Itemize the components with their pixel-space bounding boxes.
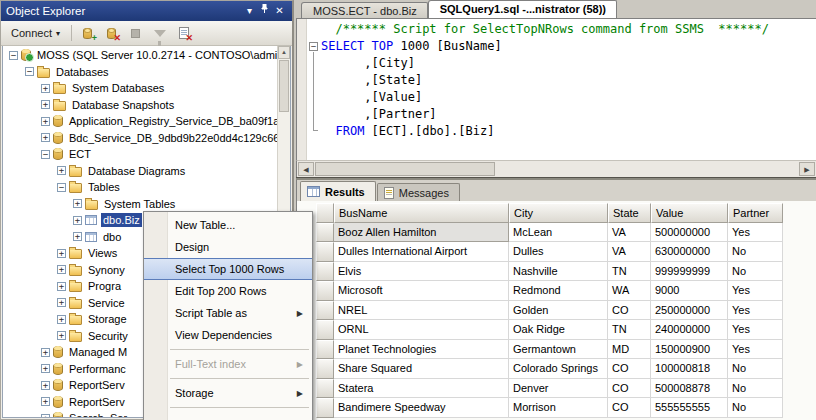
grid-cell[interactable]: Yes	[728, 281, 783, 301]
connect-button[interactable]: Connect ▾	[5, 24, 66, 42]
expand-toggle-icon[interactable]: +	[41, 117, 50, 126]
grid-cell[interactable]: No	[728, 262, 783, 282]
row-header[interactable]	[316, 281, 334, 301]
menu-item[interactable]: View Dependencies	[144, 324, 312, 346]
grid-cell[interactable]: Denver	[509, 379, 608, 399]
grid-cell[interactable]: Dulles	[509, 242, 608, 262]
menu-item[interactable]: Script Table as▶	[144, 302, 312, 324]
grid-cell[interactable]: Colorado Springs	[509, 359, 608, 379]
menu-item[interactable]: Edit Top 200 Rows	[144, 280, 312, 302]
grid-cell[interactable]: Yes	[728, 223, 783, 243]
document-tab-1[interactable]: MOSS.ECT - dbo.Biz	[301, 2, 428, 18]
grid-cell[interactable]: WA	[608, 281, 651, 301]
disconnect-server-icon[interactable]: ✕	[101, 23, 122, 43]
grid-cell[interactable]: VA	[608, 223, 651, 243]
expand-toggle-icon[interactable]: −	[57, 183, 66, 192]
editor-horizontal-scrollbar[interactable]: ◀ ▶	[296, 160, 816, 177]
grid-cell[interactable]: No	[728, 379, 783, 399]
row-header[interactable]	[316, 379, 334, 399]
chevron-down-icon[interactable]: ▾	[242, 4, 257, 18]
tree-item[interactable]: −Tables	[3, 179, 277, 196]
grid-cell[interactable]: No	[728, 359, 783, 379]
expand-toggle-icon[interactable]: +	[57, 249, 66, 258]
grid-cell[interactable]: 500008878	[651, 379, 728, 399]
menu-item[interactable]: New Table...	[144, 214, 312, 236]
close-icon[interactable]: ✕	[272, 4, 287, 18]
expand-toggle-icon[interactable]: +	[57, 298, 66, 307]
grid-cell[interactable]: Yes	[728, 340, 783, 360]
grid-cell[interactable]: VA	[608, 242, 651, 262]
grid-cell[interactable]: Oak Ridge	[509, 320, 608, 340]
tree-item[interactable]: +Database Diagrams	[3, 163, 277, 180]
expand-toggle-icon[interactable]: +	[41, 133, 50, 142]
row-header[interactable]	[316, 359, 334, 379]
expand-toggle-icon[interactable]: +	[41, 348, 50, 357]
sql-editor[interactable]: − /****** Script for SelectTopNRows comm…	[296, 19, 816, 160]
tree-item[interactable]: +Database Snapshots	[3, 97, 277, 114]
grid-cell[interactable]: Nashville	[509, 262, 608, 282]
grid-cell[interactable]: CO	[608, 359, 651, 379]
grid-cell[interactable]: 240000000	[651, 320, 728, 340]
menu-item[interactable]	[144, 411, 312, 420]
grid-corner-cell[interactable]	[316, 203, 334, 223]
pin-icon[interactable]	[257, 4, 272, 18]
grid-cell[interactable]: Elvis	[334, 262, 509, 282]
column-header[interactable]: State	[608, 203, 651, 223]
grid-cell[interactable]: CO	[608, 379, 651, 399]
grid-cell[interactable]: Dulles International Airport	[334, 242, 509, 262]
grid-cell[interactable]: Share Squared	[334, 359, 509, 379]
grid-cell[interactable]: No	[728, 398, 783, 418]
menu-item[interactable]: Storage▶	[144, 382, 312, 404]
expand-toggle-icon[interactable]: +	[73, 216, 82, 225]
row-header[interactable]	[316, 398, 334, 418]
grid-cell[interactable]: 100000818	[651, 359, 728, 379]
menu-item[interactable]: Select Top 1000 Rows	[144, 258, 312, 280]
row-header[interactable]	[316, 262, 334, 282]
grid-cell[interactable]: Redmond	[509, 281, 608, 301]
tree-item[interactable]: −Databases	[3, 64, 277, 81]
grid-cell[interactable]: Planet Technologies	[334, 340, 509, 360]
expand-toggle-icon[interactable]: +	[73, 232, 82, 241]
row-header[interactable]	[316, 301, 334, 321]
grid-cell[interactable]: 500000000	[651, 223, 728, 243]
grid-cell[interactable]: Booz Allen Hamilton	[334, 223, 509, 243]
stop-script-icon[interactable]: ✕	[173, 23, 194, 43]
menu-item[interactable]: Design	[144, 236, 312, 258]
connect-server-icon[interactable]: +	[77, 23, 98, 43]
tab-results[interactable]: Results	[300, 181, 376, 201]
grid-cell[interactable]: Germantown	[509, 340, 608, 360]
column-header[interactable]: BusName	[334, 203, 509, 223]
tree-item[interactable]: +System Tables	[3, 196, 277, 213]
row-header[interactable]	[316, 242, 334, 262]
grid-cell[interactable]: Yes	[728, 301, 783, 321]
grid-cell[interactable]: ORNL	[334, 320, 509, 340]
tab-messages[interactable]: Messages	[377, 183, 460, 201]
grid-cell[interactable]: TN	[608, 320, 651, 340]
grid-cell[interactable]: McLean	[509, 223, 608, 243]
expand-toggle-icon[interactable]: −	[9, 51, 18, 60]
column-header[interactable]: City	[509, 203, 608, 223]
expand-toggle-icon[interactable]: +	[41, 414, 50, 418]
scroll-up-icon[interactable]: ▲	[278, 46, 290, 59]
grid-cell[interactable]: 999999999	[651, 262, 728, 282]
expand-toggle-icon[interactable]: +	[57, 315, 66, 324]
expand-toggle-icon[interactable]: +	[41, 397, 50, 406]
expand-toggle-icon[interactable]: +	[57, 282, 66, 291]
grid-cell[interactable]: CO	[608, 301, 651, 321]
expand-toggle-icon[interactable]: +	[41, 381, 50, 390]
expand-toggle-icon[interactable]: +	[57, 331, 66, 340]
sql-code[interactable]: /****** Script for SelectTopNRows comman…	[321, 19, 816, 160]
expand-toggle-icon[interactable]: +	[41, 364, 50, 373]
expand-toggle-icon[interactable]: −	[25, 67, 34, 76]
expand-toggle-icon[interactable]: +	[73, 199, 82, 208]
grid-cell[interactable]: NREL	[334, 301, 509, 321]
column-header[interactable]: Partner	[728, 203, 783, 223]
tree-item[interactable]: +Application_Registry_Service_DB_ba09f1a	[3, 113, 277, 130]
grid-cell[interactable]: 630000000	[651, 242, 728, 262]
collapse-toggle-icon[interactable]: −	[309, 42, 318, 51]
expand-toggle-icon[interactable]: +	[57, 265, 66, 274]
row-header[interactable]	[316, 340, 334, 360]
tree-item[interactable]: −MOSS (SQL Server 10.0.2714 - CONTOSO\ad…	[3, 47, 277, 64]
document-tab-2[interactable]: SQLQuery1.sql -...nistrator (58))	[428, 0, 617, 18]
grid-cell[interactable]: Microsoft	[334, 281, 509, 301]
